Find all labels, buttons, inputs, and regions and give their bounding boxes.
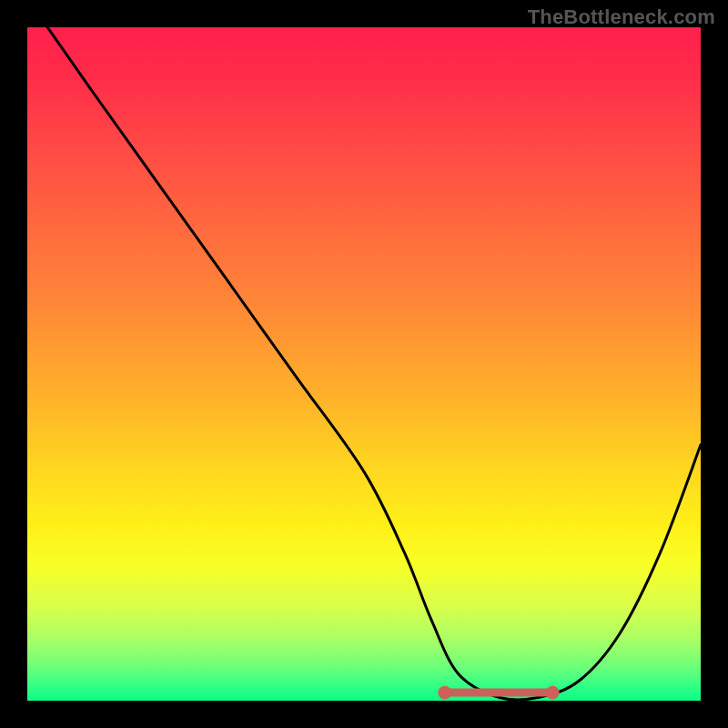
chart-frame: TheBottleneck.com (0, 0, 728, 728)
bottleneck-curve (47, 27, 701, 700)
curve-layer (27, 27, 701, 701)
optimal-zone-end-dot (546, 686, 559, 699)
optimal-zone-start-dot (439, 686, 451, 699)
plot-area (27, 27, 701, 701)
watermark-text: TheBottleneck.com (528, 5, 715, 29)
